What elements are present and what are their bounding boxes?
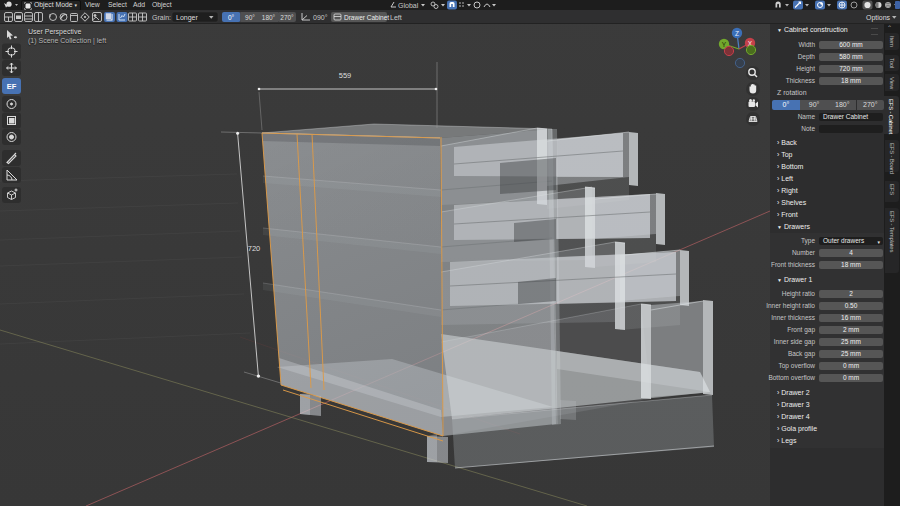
svg-text:Z: Z: [735, 30, 739, 37]
svg-text:Global: Global: [398, 2, 419, 9]
svg-text:270°: 270°: [280, 14, 294, 21]
svg-text:090°: 090°: [313, 14, 328, 21]
svg-text:Options: Options: [866, 14, 891, 22]
svg-text:0°: 0°: [228, 14, 235, 21]
svg-text:EF: EF: [7, 82, 17, 91]
svg-text:Drawer Cabinet: Drawer Cabinet: [344, 14, 389, 21]
svg-text:Grain:: Grain:: [152, 14, 171, 21]
svg-text:Longer: Longer: [176, 14, 198, 22]
svg-text:90°: 90°: [245, 14, 255, 21]
svg-text:Left: Left: [390, 14, 402, 21]
svg-text:180°: 180°: [262, 14, 276, 21]
svg-text:Y: Y: [722, 41, 727, 48]
svg-text:720: 720: [248, 244, 261, 253]
svg-text:559: 559: [339, 71, 352, 80]
